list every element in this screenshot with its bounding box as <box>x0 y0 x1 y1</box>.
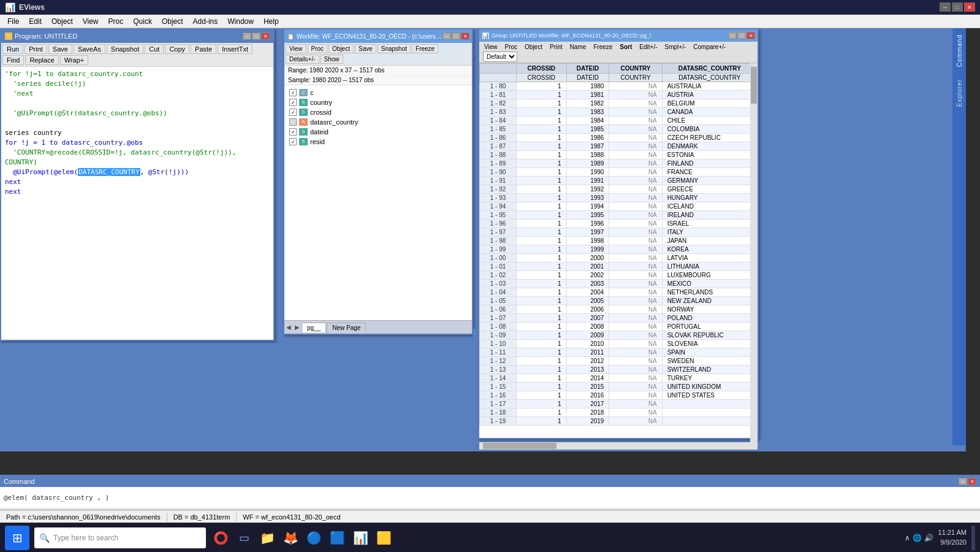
data-table-container[interactable]: CROSSID DATEID COUNTRY DATASRC_COUNTRY C… <box>479 63 758 450</box>
series-item-datasrc[interactable]: A datasrc_country <box>289 117 467 127</box>
group-proc-btn[interactable]: Proc <box>501 42 522 52</box>
col-header-dateid[interactable]: DATEID <box>566 64 609 74</box>
group-name-btn[interactable]: Name <box>566 42 590 52</box>
series-item-crossid[interactable]: ✓ S crossid <box>289 107 467 117</box>
group-print-btn[interactable]: Print <box>546 42 566 52</box>
wf-restore-btn[interactable]: □ <box>452 33 460 40</box>
table-scrollbar[interactable] <box>750 63 758 450</box>
col-header-datasrc-country[interactable]: DATASRC_COUNTRY <box>662 64 757 74</box>
wf-details-btn[interactable]: Details+/- <box>286 55 319 64</box>
group-object-btn[interactable]: Object <box>521 42 546 52</box>
series-item-resid[interactable]: ✓ S resid <box>289 137 467 147</box>
group-restore-btn[interactable]: □ <box>737 32 746 39</box>
scrollbar-thumb[interactable] <box>751 67 757 104</box>
wf-view-btn[interactable]: View <box>286 44 306 53</box>
menu-view[interactable]: View <box>78 16 104 27</box>
hscrollbar-thumb[interactable] <box>483 443 556 449</box>
taskbar-icon-taskview[interactable]: ▭ <box>234 528 254 548</box>
menu-proc[interactable]: Proc <box>104 16 129 27</box>
series-checkbox-country[interactable]: ✓ <box>289 99 297 106</box>
sort-button[interactable]: Sort <box>616 42 636 52</box>
snapshot-button[interactable]: Snapshot <box>107 44 143 54</box>
wf-nav-left[interactable]: ◀ <box>284 324 293 331</box>
group-smpl-btn[interactable]: Smpl+/- <box>661 42 690 52</box>
col-header-country[interactable]: COUNTRY <box>609 64 662 74</box>
wf-minimize-btn[interactable]: ─ <box>443 33 451 40</box>
menu-window[interactable]: Window <box>222 16 259 27</box>
wf-save-btn[interactable]: Save <box>355 44 376 53</box>
series-item-dateid[interactable]: ✓ S dateid <box>289 127 467 137</box>
menu-quick[interactable]: Quick <box>128 16 157 27</box>
table-hscrollbar[interactable] <box>479 442 750 450</box>
series-item-country[interactable]: ✓ S country <box>289 98 467 107</box>
series-checkbox-crossid[interactable]: ✓ <box>289 109 297 116</box>
wf-show-btn[interactable]: Show <box>321 55 343 64</box>
taskbar-icon-app1[interactable]: 🟦 <box>327 528 347 548</box>
command-expand-btn[interactable]: + <box>959 478 967 485</box>
program-restore-btn[interactable]: □ <box>252 33 260 40</box>
series-checkbox-dateid[interactable]: ✓ <box>289 128 297 136</box>
page-tab-1[interactable]: pg__ <box>302 323 326 332</box>
start-button[interactable]: ⊞ <box>5 526 29 550</box>
series-checkbox-datasrc[interactable] <box>289 118 297 126</box>
wf-close-btn[interactable]: ✕ <box>461 33 469 40</box>
command-close-bar-btn[interactable]: ✕ <box>968 478 976 485</box>
group-compare-btn[interactable]: Compare+/- <box>689 42 729 52</box>
wf-object-btn[interactable]: Object <box>329 44 354 53</box>
group-view-btn[interactable]: View <box>481 42 501 52</box>
inserttxt-button[interactable]: InsertTxt <box>218 44 253 54</box>
group-minimize-btn[interactable]: ─ <box>728 32 737 39</box>
series-item-c[interactable]: ✓ c c <box>289 88 467 98</box>
program-titlebar[interactable]: □ Program: UNTITLED ─ □ ✕ <box>1 29 273 43</box>
run-button[interactable]: Run <box>2 44 23 54</box>
save-button[interactable]: Save <box>48 44 72 54</box>
group-default-select[interactable]: Default <box>483 52 517 62</box>
sidebar-explorer-label[interactable]: Explorer <box>956 73 963 113</box>
program-close-btn[interactable]: ✕ <box>261 33 270 40</box>
copy-button[interactable]: Copy <box>165 44 189 54</box>
show-desktop-btn[interactable] <box>971 526 975 550</box>
wf-freeze-btn[interactable]: Freeze <box>412 44 438 53</box>
group-freeze-btn[interactable]: Freeze <box>590 42 616 52</box>
wf-proc-btn[interactable]: Proc <box>308 44 328 53</box>
taskbar-icon-ie[interactable]: 🔵 <box>304 528 324 548</box>
find-button[interactable]: Find <box>2 55 24 65</box>
menu-object2[interactable]: Object <box>157 16 188 27</box>
sidebar-command-label[interactable]: Command <box>956 28 963 73</box>
taskbar-search[interactable]: 🔍 Type here to search <box>34 527 206 548</box>
minimize-button[interactable]: ─ <box>940 2 951 12</box>
taskbar-icon-cortana[interactable]: ⭕ <box>211 528 230 548</box>
program-minimize-btn[interactable]: ─ <box>243 33 251 40</box>
cut-button[interactable]: Cut <box>145 44 164 54</box>
series-checkbox-c[interactable]: ✓ <box>289 89 297 96</box>
menu-help[interactable]: Help <box>259 16 284 27</box>
print-button[interactable]: Print <box>25 44 47 54</box>
group-edit-btn[interactable]: Edit+/- <box>636 42 661 52</box>
workfile-titlebar[interactable]: 📋 Workfile: WF_ECON4131_80-20_OECD - (c:… <box>284 29 472 43</box>
taskbar-icon-explorer[interactable]: 📁 <box>257 528 277 548</box>
wf-snapshot-btn[interactable]: Snapshot <box>378 44 411 53</box>
paste-button[interactable]: Paste <box>191 44 216 54</box>
close-button[interactable]: ✕ <box>964 2 975 12</box>
taskbar-icon-browser[interactable]: 🦊 <box>281 528 300 548</box>
menu-edit[interactable]: Edit <box>24 16 47 27</box>
menu-object[interactable]: Object <box>47 16 78 27</box>
saveas-button[interactable]: SaveAs <box>74 44 105 54</box>
maximize-button[interactable]: □ <box>952 2 963 12</box>
taskbar-icon-app2[interactable]: 🟨 <box>374 528 393 548</box>
menu-addins[interactable]: Add-ins <box>188 16 223 27</box>
system-tray[interactable]: ∧ 🌐 🔊 <box>905 534 933 542</box>
code-editor[interactable]: 'for !j=1 to datasrc_country.count 'seri… <box>1 67 273 312</box>
command-input-text[interactable]: @elem( datasrc_country , ) <box>4 494 109 502</box>
tray-arrow[interactable]: ∧ <box>905 534 910 542</box>
group-close-btn[interactable]: ✕ <box>746 32 755 39</box>
group-titlebar[interactable]: 📊 Group: UNTITLED Workfile: WF_ECON4131_… <box>479 29 758 42</box>
wf-nav-right[interactable]: ▶ <box>293 324 302 331</box>
taskbar-icon-excel[interactable]: 📊 <box>351 528 370 548</box>
col-header-crossid[interactable]: CROSSID <box>517 64 567 74</box>
page-tab-new[interactable]: New Page <box>327 323 366 332</box>
replace-button[interactable]: Replace <box>25 55 58 65</box>
wrap-button[interactable]: Wrap+ <box>60 55 89 65</box>
menu-file[interactable]: File <box>2 16 24 27</box>
series-checkbox-resid[interactable]: ✓ <box>289 138 297 145</box>
